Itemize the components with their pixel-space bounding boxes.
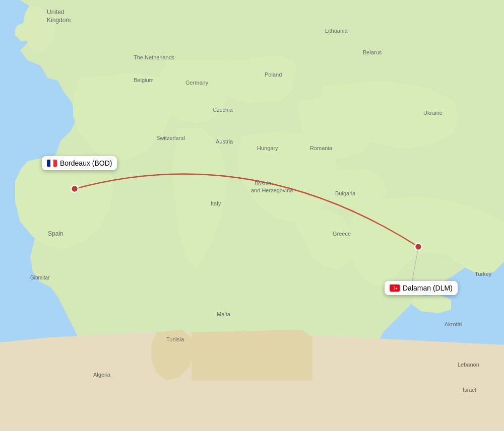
bordeaux-label: Bordeaux (BOD)	[42, 156, 117, 170]
svg-text:Romania: Romania	[310, 145, 333, 151]
svg-text:The Netherlands: The Netherlands	[134, 54, 175, 60]
svg-text:Lithuania: Lithuania	[325, 28, 348, 34]
svg-text:Austria: Austria	[216, 138, 233, 145]
svg-text:Hungary: Hungary	[257, 145, 278, 151]
svg-text:Greece: Greece	[333, 231, 351, 237]
svg-text:Algeria: Algeria	[93, 372, 111, 378]
svg-text:Tunisia: Tunisia	[166, 336, 184, 342]
svg-text:Switzerland: Switzerland	[156, 135, 185, 141]
svg-text:Bulgaria: Bulgaria	[335, 190, 356, 196]
svg-text:Czechia: Czechia	[213, 107, 233, 113]
svg-text:Ukraine: Ukraine	[423, 110, 443, 116]
svg-text:Italy: Italy	[211, 200, 221, 206]
map-container: United Kingdom The Netherlands Belgium G…	[0, 0, 504, 431]
svg-text:Israel: Israel	[463, 387, 476, 393]
dalaman-label: Dalaman (DLM)	[385, 281, 458, 295]
svg-text:Malta: Malta	[217, 311, 231, 317]
svg-text:Turkey: Turkey	[475, 271, 492, 277]
svg-text:Germany: Germany	[185, 80, 209, 86]
svg-text:United: United	[47, 9, 65, 16]
svg-text:Belgium: Belgium	[134, 77, 154, 83]
svg-text:Belarus: Belarus	[363, 49, 382, 55]
svg-text:Kingdom: Kingdom	[47, 17, 71, 24]
svg-text:Bosnia: Bosnia	[255, 180, 272, 186]
turkey-flag	[390, 284, 400, 292]
map-svg: United Kingdom The Netherlands Belgium G…	[0, 0, 504, 431]
dalaman-label-text: Dalaman (DLM)	[403, 284, 453, 292]
svg-text:Lebanon: Lebanon	[458, 362, 479, 368]
bordeaux-label-text: Bordeaux (BOD)	[60, 159, 112, 167]
svg-text:Spain: Spain	[48, 230, 64, 237]
svg-text:Gibraltar: Gibraltar	[30, 275, 50, 280]
france-flag	[47, 160, 57, 167]
svg-text:and Herzegovina: and Herzegovina	[251, 187, 293, 193]
svg-text:Poland: Poland	[265, 71, 282, 78]
svg-text:Akrotiri: Akrotiri	[445, 321, 462, 327]
